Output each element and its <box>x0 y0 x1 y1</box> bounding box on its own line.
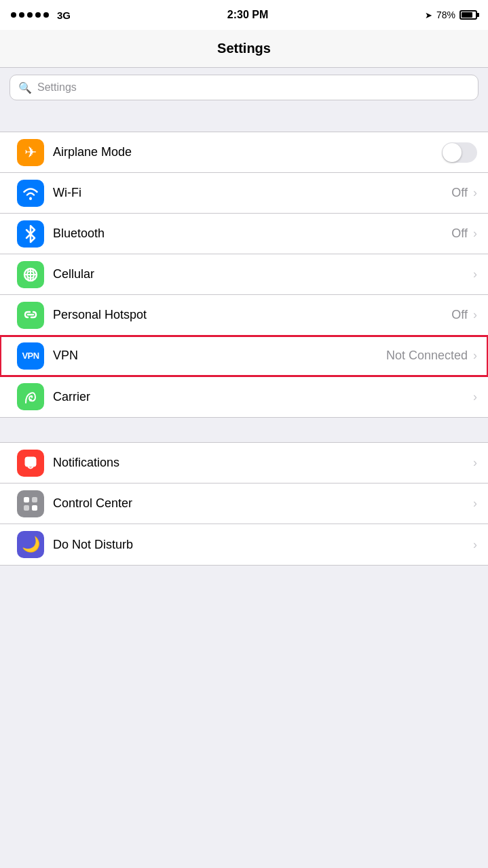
airplane-mode-icon: ✈ <box>17 139 44 166</box>
search-icon: 🔍 <box>18 81 32 94</box>
airplane-mode-icon-wrapper: ✈ <box>11 133 50 172</box>
svg-rect-13 <box>32 505 37 511</box>
cellular-label: Cellular <box>50 267 473 281</box>
bluetooth-value: Off <box>451 226 468 241</box>
airplane-mode-toggle-knob <box>443 143 462 162</box>
status-right: ➤ 78% <box>425 9 477 20</box>
do-not-disturb-icon: 🌙 <box>17 531 44 558</box>
wifi-label: Wi-Fi <box>50 186 451 200</box>
cellular-row[interactable]: Cellular › <box>0 254 488 295</box>
vpn-value: Not Connected <box>386 349 468 363</box>
airplane-mode-row[interactable]: ✈ Airplane Mode <box>0 132 488 173</box>
search-container: 🔍 Settings <box>0 68 488 107</box>
notifications-icon <box>17 450 44 477</box>
do-not-disturb-row[interactable]: 🌙 Do Not Disturb › <box>0 524 488 565</box>
notifications-row[interactable]: Notifications › <box>0 443 488 484</box>
personal-hotspot-label: Personal Hotspot <box>50 308 451 322</box>
do-not-disturb-chevron: › <box>473 538 477 552</box>
wifi-icon-wrapper <box>11 174 50 213</box>
control-center-icon-wrapper <box>11 484 50 524</box>
do-not-disturb-icon-wrapper: 🌙 <box>11 525 50 564</box>
carrier-icon-wrapper <box>11 377 50 416</box>
status-time: 2:30 PM <box>227 9 268 21</box>
svg-rect-8 <box>25 457 36 467</box>
signal-dots <box>11 12 49 18</box>
notifications-label: Notifications <box>50 456 473 470</box>
svg-rect-10 <box>24 497 29 502</box>
vpn-icon: VPN <box>17 342 44 370</box>
hotspot-icon-wrapper <box>11 296 50 335</box>
vpn-chevron: › <box>473 349 477 363</box>
hotspot-icon <box>17 302 44 329</box>
control-center-label: Control Center <box>50 496 473 511</box>
bluetooth-row[interactable]: Bluetooth Off › <box>0 214 488 254</box>
cellular-icon <box>17 261 44 288</box>
status-left: 3G <box>11 9 71 21</box>
vpn-row[interactable]: VPN VPN Not Connected › <box>0 336 488 376</box>
nav-bar: Settings <box>0 30 488 68</box>
network-settings-group: ✈ Airplane Mode Wi-Fi Off › <box>0 132 488 418</box>
wifi-chevron: › <box>473 186 477 200</box>
svg-point-0 <box>29 197 32 200</box>
network-type: 3G <box>57 9 71 21</box>
cellular-icon-wrapper <box>11 255 50 294</box>
personal-hotspot-chevron: › <box>473 308 477 322</box>
carrier-row[interactable]: Carrier › <box>0 376 488 417</box>
wifi-icon <box>17 180 44 207</box>
carrier-chevron: › <box>473 390 477 404</box>
svg-rect-11 <box>32 497 37 502</box>
location-icon: ➤ <box>425 10 432 20</box>
svg-point-7 <box>29 399 32 401</box>
wifi-value: Off <box>451 186 468 200</box>
airplane-mode-toggle[interactable] <box>442 142 477 163</box>
notifications-icon-wrapper <box>11 443 50 483</box>
bluetooth-label: Bluetooth <box>50 226 451 241</box>
carrier-label: Carrier <box>50 390 473 404</box>
battery-percent: 78% <box>436 9 455 20</box>
section-spacer-1 <box>0 107 488 132</box>
control-center-chevron: › <box>473 496 477 511</box>
personal-hotspot-value: Off <box>451 308 468 322</box>
control-center-icon <box>17 490 44 517</box>
do-not-disturb-label: Do Not Disturb <box>50 538 473 552</box>
wifi-row[interactable]: Wi-Fi Off › <box>0 173 488 214</box>
status-bar: 3G 2:30 PM ➤ 78% <box>0 0 488 30</box>
page-title: Settings <box>217 41 271 56</box>
vpn-icon-wrapper: VPN <box>11 336 50 376</box>
system-settings-group: Notifications › Control Center › 🌙 Do No… <box>0 442 488 566</box>
section-spacer-2 <box>0 418 488 442</box>
airplane-mode-label: Airplane Mode <box>50 145 442 159</box>
personal-hotspot-row[interactable]: Personal Hotspot Off › <box>0 295 488 336</box>
svg-rect-12 <box>24 505 29 511</box>
bluetooth-icon <box>17 220 44 248</box>
search-bar[interactable]: 🔍 Settings <box>10 75 478 100</box>
control-center-row[interactable]: Control Center › <box>0 484 488 524</box>
bluetooth-chevron: › <box>473 226 477 241</box>
carrier-icon <box>17 383 44 410</box>
bluetooth-icon-wrapper <box>11 214 50 254</box>
cellular-chevron: › <box>473 267 477 281</box>
vpn-label: VPN <box>50 349 386 363</box>
notifications-chevron: › <box>473 456 477 470</box>
battery-icon <box>459 10 477 20</box>
search-placeholder: Settings <box>37 81 77 94</box>
